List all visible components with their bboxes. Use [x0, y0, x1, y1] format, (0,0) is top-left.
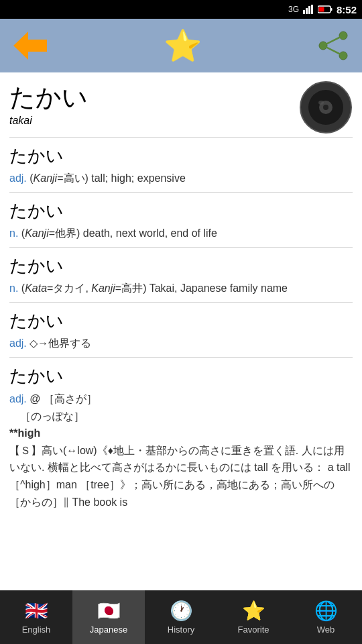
svg-rect-1 — [306, 8, 308, 14]
star-icon: ⭐ — [164, 28, 202, 64]
entry-3-word: たかい — [9, 254, 353, 278]
history-clock-icon: 🕐 — [170, 600, 193, 622]
svg-marker-7 — [13, 32, 47, 60]
favorite-button[interactable]: ⭐ — [164, 28, 202, 64]
nav-favorite[interactable]: ⭐ Favorite — [217, 590, 290, 644]
nav-english[interactable]: 🇬🇧 English — [0, 590, 72, 644]
nav-web[interactable]: 🌐 Web — [290, 590, 362, 644]
nav-web-label: Web — [317, 625, 335, 635]
svg-line-12 — [323, 46, 343, 56]
entry-5-def: adj. @ ［高さが］ ［のっぽな］ **high 【Ｓ】高い(↔low)《♦… — [9, 390, 353, 511]
entry-3: たかい n. (Kata=タカイ, Kanji=高井) Takai, Japan… — [9, 247, 353, 302]
toolbar: ⭐ — [0, 19, 362, 72]
favorite-star-icon: ⭐ — [242, 600, 265, 622]
entry-2-def: n. (Kanji=他界) death, next world, end of … — [9, 225, 353, 241]
share-icon — [318, 30, 349, 61]
battery-icon — [318, 5, 333, 13]
nav-english-label: English — [22, 625, 51, 635]
svg-rect-3 — [311, 5, 313, 14]
nav-japanese[interactable]: 🇯🇵 Japanese — [72, 590, 145, 644]
entry-5: たかい adj. @ ［高さが］ ［のっぽな］ **high 【Ｓ】高い(↔lo… — [9, 357, 353, 516]
nav-history[interactable]: 🕐 History — [145, 590, 217, 644]
entry-4-word: たかい — [9, 309, 353, 333]
entry-2-pos: n. — [9, 227, 18, 239]
entry-2: たかい n. (Kanji=他界) death, next world, end… — [9, 192, 353, 247]
svg-line-11 — [323, 36, 343, 46]
entry-4: たかい adj. ◇→他界する — [9, 302, 353, 357]
word-title: たかい — [9, 80, 88, 115]
svg-rect-0 — [303, 10, 305, 14]
svg-rect-5 — [330, 8, 332, 11]
back-button[interactable] — [13, 32, 47, 60]
entry-2-word: たかい — [9, 199, 353, 223]
nav-history-label: History — [168, 625, 194, 635]
english-flag-icon: 🇬🇧 — [25, 600, 48, 622]
status-bar: 3G 8:52 — [0, 0, 362, 19]
bottom-nav: 🇬🇧 English 🇯🇵 Japanese 🕐 History ⭐ Favor… — [0, 590, 362, 644]
word-romaji: takai — [9, 115, 88, 132]
entry-1-pos: adj. — [9, 172, 27, 184]
entry-3-def: n. (Kata=タカイ, Kanji=高井) Takai, Japanese … — [9, 280, 353, 297]
speaker-icon[interactable] — [299, 80, 353, 134]
entry-1-word: たかい — [9, 144, 353, 168]
share-button[interactable] — [318, 30, 349, 61]
entry-5-word: たかい — [9, 364, 353, 388]
word-header: たかい takai — [9, 72, 353, 137]
japanese-flag-icon: 🇯🇵 — [97, 600, 121, 622]
svg-point-16 — [323, 105, 328, 110]
entry-1-def: adj. (Kanji=高い) tall; high; expensive — [9, 170, 353, 186]
nav-favorite-label: Favorite — [238, 625, 269, 635]
svg-rect-2 — [308, 6, 310, 14]
clock: 8:52 — [337, 4, 357, 15]
entry-1: たかい adj. (Kanji=高い) tall; high; expensiv… — [9, 137, 353, 192]
svg-rect-6 — [318, 7, 324, 12]
entry-3-pos: n. — [9, 282, 18, 294]
content-area: たかい takai たかい adj. (Kanji=高い) tall; high… — [0, 72, 362, 590]
entry-4-pos: adj. — [9, 337, 27, 349]
nav-japanese-label: Japanese — [90, 625, 127, 635]
signal-icon — [303, 5, 314, 14]
entry-4-def: adj. ◇→他界する — [9, 335, 353, 352]
network-indicator: 3G — [288, 5, 299, 14]
svg-point-17 — [318, 101, 324, 105]
entry-5-pos: adj. — [9, 393, 27, 405]
web-globe-icon: 🌐 — [314, 600, 338, 622]
word-header-text: たかい takai — [9, 80, 88, 132]
